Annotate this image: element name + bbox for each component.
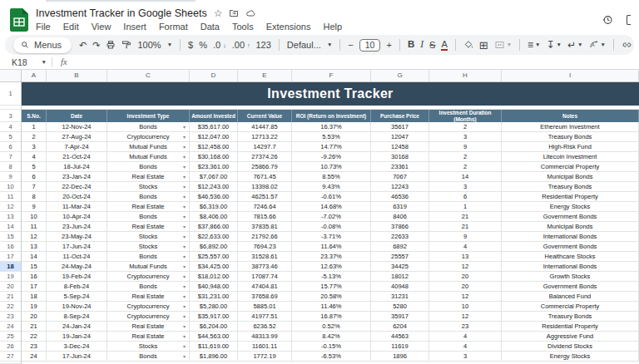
cell-duration-9[interactable]: 14 [429,172,502,182]
cell-purchase-24[interactable]: 6204 [371,322,429,332]
cell-date-11[interactable]: 20-Oct-24 [47,192,107,202]
cell-duration-19[interactable]: 20 [429,272,502,282]
cell-roi-27[interactable]: -6.53% [292,352,371,362]
cell-roi-12[interactable]: 14.68% [292,202,371,212]
cell-date-4[interactable]: 12-Nov-24 [47,122,107,132]
cell-sno-25[interactable]: 22 [22,332,47,342]
cell-amount-10[interactable]: $12,243.00 [190,182,238,192]
column-header-g[interactable]: G [371,70,429,81]
cell-amount-12[interactable]: $6,319.00 [190,202,238,212]
cell-amount-4[interactable]: $35,617.00 [190,122,238,132]
cell-duration-14[interactable]: 21 [429,222,502,232]
cell-roi-8[interactable]: 10.73% [292,162,371,172]
format-currency-button[interactable]: $ [188,41,193,50]
menu-tools[interactable]: Tools [232,22,254,32]
type-dropdown-icon[interactable]: ▾ [183,204,186,209]
row-header-7[interactable]: 7 [0,152,22,162]
cell-purchase-4[interactable]: 35617 [371,122,429,132]
fill-color-icon[interactable] [463,40,473,50]
cell-current-22[interactable]: 5885.01 [238,302,292,312]
cell-amount-19[interactable]: $18,012.00 [190,272,238,282]
cell-current-18[interactable]: 38773.46 [238,262,292,272]
cell-sno-4[interactable]: 1 [22,122,47,132]
cell-type-21[interactable]: Real Estate▾ [107,292,190,302]
cell-amount-9[interactable]: $7,067.00 [190,172,238,182]
cell-date-18[interactable]: 24-May-24 [47,262,107,272]
cell-purchase-27[interactable]: 1896 [371,352,429,362]
cell-roi-5[interactable]: 5.53% [292,132,371,142]
cell-current-16[interactable]: 7694.23 [238,242,292,252]
cell-type-7[interactable]: Mutual Funds▾ [107,152,190,162]
cell-sno-14[interactable]: 11 [22,222,47,232]
cell-roi-7[interactable]: -9.26% [292,152,371,162]
cell-amount-13[interactable]: $8,406.00 [190,212,238,222]
cell-date-7[interactable]: 21-Oct-24 [47,152,107,162]
cell-notes-21[interactable]: Balanced Fund [502,292,639,302]
cell-amount-24[interactable]: $6,204.00 [190,322,238,332]
cell-type-19[interactable]: Cryptocurrency▾ [107,272,190,282]
cell-sno-5[interactable]: 2 [22,132,47,142]
row-header-20[interactable]: 20 [0,282,22,292]
cell-purchase-6[interactable]: 12458 [371,142,429,152]
cell-type-8[interactable]: Bonds▾ [107,162,190,172]
row-header-13[interactable]: 13 [0,212,22,222]
cell-current-19[interactable]: 17087.74 [238,272,292,282]
cell-notes-11[interactable]: Residential Property [502,192,639,202]
type-dropdown-icon[interactable]: ▾ [183,224,186,229]
row-header-26[interactable]: 26 [0,342,22,352]
format-percent-button[interactable]: % [199,41,207,50]
cell-notes-17[interactable]: Healthcare Stocks [502,252,639,262]
cell-purchase-13[interactable]: 8406 [371,212,429,222]
cell-current-27[interactable]: 1772.19 [238,352,292,362]
cell-duration-15[interactable]: 9 [429,232,502,242]
cell-date-5[interactable]: 27-Aug-24 [47,132,107,142]
cell-current-12[interactable]: 7246.64 [238,202,292,212]
italic-button[interactable]: I [420,40,424,50]
type-dropdown-icon[interactable]: ▾ [183,165,186,170]
cell-purchase-15[interactable]: 22633 [371,232,429,242]
cell-sno-27[interactable]: 24 [22,352,47,362]
column-header-d[interactable]: D [190,70,238,81]
increase-font-size-button[interactable]: + [386,41,391,50]
cell-current-20[interactable]: 47404.81 [238,282,292,292]
cell-roi-26[interactable]: -0.15% [292,342,371,352]
type-dropdown-icon[interactable]: ▾ [183,354,186,359]
cell-duration-17[interactable]: 13 [429,252,502,262]
row-header-17[interactable]: 17 [0,252,22,262]
header-amount[interactable]: Amount Invested [190,110,238,122]
search-menus-button[interactable]: Menus [13,37,72,53]
row-header-25[interactable]: 25 [0,332,22,342]
cell-current-24[interactable]: 6236.52 [238,322,292,332]
cell-type-4[interactable]: Bonds▾ [107,122,190,132]
column-header-f[interactable]: F [292,70,371,81]
cell-notes-24[interactable]: Residential Property [502,322,639,332]
undo-icon[interactable]: ↶ [79,41,87,50]
header-current[interactable]: Current Value [238,110,292,122]
menu-data[interactable]: Data [201,22,220,32]
row-header-10[interactable]: 10 [0,182,22,192]
redo-icon[interactable]: ↷ [92,41,100,50]
cell-current-21[interactable]: 37658.69 [238,292,292,302]
cell-roi-20[interactable]: 15.77% [292,282,371,292]
cell-purchase-7[interactable]: 30168 [371,152,429,162]
cell-notes-23[interactable]: Treasury Bonds [502,312,639,322]
type-dropdown-icon[interactable]: ▾ [183,244,186,249]
row-header-23[interactable]: 23 [0,312,22,322]
cell-duration-21[interactable]: 12 [429,292,502,302]
menu-edit[interactable]: Edit [63,22,79,32]
type-dropdown-icon[interactable]: ▾ [183,155,186,160]
cell-notes-19[interactable]: Growth Stocks [502,272,639,282]
cell-type-24[interactable]: Real Estate▾ [107,322,190,332]
cell-date-27[interactable]: 17-Jun-24 [47,352,107,362]
cell-duration-13[interactable]: 21 [429,212,502,222]
cell-duration-4[interactable]: 2 [429,122,502,132]
cell-purchase-17[interactable]: 25557 [371,252,429,262]
cell-amount-22[interactable]: $5,280.00 [190,302,238,312]
cell-date-13[interactable]: 10-Apr-24 [47,212,107,222]
cell-notes-7[interactable]: Litecoin Investment [502,152,639,162]
cell-roi-22[interactable]: 11.46% [292,302,371,312]
insert-link-icon[interactable] [622,40,632,50]
cell-purchase-9[interactable]: 7067 [371,172,429,182]
cell-current-4[interactable]: 41447.85 [238,122,292,132]
cell-type-15[interactable]: Stocks▾ [107,232,190,242]
